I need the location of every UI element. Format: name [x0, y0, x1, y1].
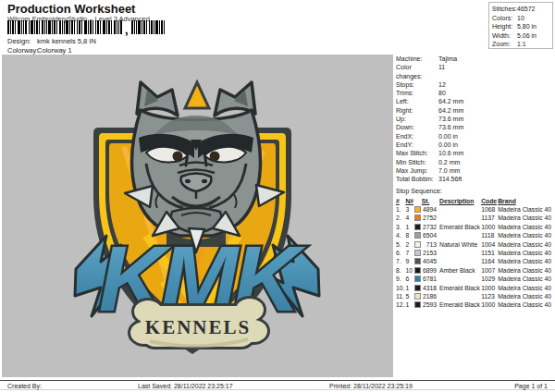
cell-brand: Madeira Classic 40	[498, 257, 551, 265]
stats-label: Zoom:	[492, 40, 517, 49]
design-label: Design:	[7, 37, 35, 45]
cell-num: 1.	[396, 205, 405, 214]
cell-n: 1	[405, 223, 414, 231]
cell-swatch	[414, 205, 422, 214]
cell-st: 2186	[422, 292, 439, 300]
design-canvas: KMK KENNELS	[2, 55, 393, 377]
cell-swatch	[414, 249, 422, 257]
crown-diamond	[185, 82, 209, 108]
machine-label: Max Jump:	[396, 166, 438, 175]
machine-row: Left: 64.2 mm	[396, 97, 551, 105]
stats-row: Width: 5.06 in	[492, 31, 552, 41]
machine-label: Left:	[396, 97, 438, 105]
cell-brand: Madeira Classic 40	[498, 240, 551, 249]
col-header-n: N#	[405, 197, 414, 205]
cell-code: 1000	[481, 223, 498, 231]
cell-code: 1000	[481, 300, 498, 309]
stats-label: Stitches:	[492, 5, 517, 14]
thread-color-swatch	[414, 276, 421, 282]
stop-sequence-row: 5. 2 713 Natural White 1004 Madeira Clas…	[396, 240, 551, 249]
design-value: kmk kennels 5,8 IN	[37, 37, 96, 45]
machine-value: 0.2 mm	[438, 158, 460, 166]
cell-code: 1137	[481, 214, 498, 222]
col-header-st: St.	[422, 197, 439, 205]
cell-st: 2153	[422, 249, 439, 257]
stop-sequence-row: 11. 5 2186 1123 Madeira Classic 40	[396, 292, 551, 300]
machine-value: Tajima	[438, 55, 457, 63]
cell-desc: Emerald Black	[439, 223, 481, 231]
cell-n: 5	[405, 292, 414, 300]
cell-n: 8	[405, 231, 414, 239]
machine-label: Trims:	[396, 89, 438, 97]
thread-color-swatch	[414, 293, 421, 300]
machine-label: Machine:	[396, 55, 438, 63]
cell-num: 4.	[396, 231, 405, 239]
thread-color-swatch	[414, 301, 421, 308]
stats-value: 5.80 in	[517, 22, 536, 31]
cell-num: 12.	[396, 300, 405, 309]
cell-code: 1151	[481, 249, 498, 257]
cell-n: 7	[405, 249, 414, 257]
stop-sequence-table: # N# St. Description Code Brand 1. 3 489…	[396, 197, 551, 310]
cell-n: 6	[405, 275, 414, 283]
cell-n: 9	[405, 257, 414, 265]
machine-label: Color changes:	[396, 63, 438, 80]
cell-swatch	[414, 266, 422, 275]
cell-brand: Madeira Classic 40	[498, 223, 551, 231]
machine-value: 0.00 in	[438, 141, 458, 149]
cell-desc: Emerald Black	[439, 284, 481, 292]
cell-swatch	[414, 231, 422, 239]
machine-value: 73.6 mm	[438, 123, 463, 131]
cell-n: 4	[405, 214, 414, 222]
thread-color-swatch	[414, 232, 421, 239]
cell-desc	[439, 205, 481, 214]
stop-sequence-row: 9. 6 6781 1029 Madeira Classic 40	[396, 275, 551, 283]
thread-color-swatch	[414, 214, 421, 221]
kennels-text: KENNELS	[145, 316, 251, 338]
cell-desc	[439, 214, 481, 222]
stats-row: Stitches: 46572	[492, 5, 552, 14]
machine-value: 80	[438, 89, 446, 97]
machine-label: Down:	[396, 123, 438, 131]
cell-code: 1029	[481, 275, 498, 283]
cell-code: 1123	[481, 292, 498, 300]
cell-code: 1068	[481, 205, 498, 214]
stats-row: Height: 5.80 in	[492, 22, 552, 31]
machine-label: Up:	[396, 115, 438, 123]
cell-desc: Amber Black	[439, 266, 481, 275]
stop-sequence-row: 12. 1 2593 Emerald Black 1000 Madeira Cl…	[396, 300, 551, 309]
machine-panel: Machine: Tajima Color changes: 11 Stops:…	[396, 55, 551, 310]
machine-value: 64.2 mm	[438, 106, 463, 115]
machine-label: EndX:	[396, 132, 438, 141]
machine-row: Stops: 12	[396, 80, 551, 89]
stop-sequence-title: Stop Sequence:	[396, 187, 551, 196]
bone-banner: KENNELS	[130, 299, 267, 347]
col-header-brand: Brand	[498, 197, 551, 205]
cell-st: 2752	[422, 214, 439, 222]
cell-st: 4894	[422, 205, 439, 214]
production-worksheet-page: Production Worksheet Wilcom EmbroiderySt…	[0, 0, 555, 392]
machine-row: Machine: Tajima	[396, 55, 551, 63]
cell-n: 1	[405, 300, 414, 309]
cell-code: 1000	[481, 284, 498, 292]
colorway-row: Colorway: Colorway 1	[7, 46, 72, 55]
machine-value: 11	[438, 63, 445, 80]
cell-st: 6899	[422, 266, 439, 275]
cell-st: 2593	[422, 300, 439, 309]
cell-swatch	[414, 214, 422, 222]
machine-label: Total Bobbin:	[396, 175, 438, 183]
cell-swatch	[414, 275, 422, 283]
stats-value: 10	[517, 14, 524, 23]
stop-sequence-row: 4. 8 6504 1118 Madeira Classic 40	[396, 231, 551, 239]
cell-num: 7.	[396, 257, 405, 265]
thread-color-swatch	[414, 206, 421, 213]
cell-swatch	[414, 223, 422, 231]
cell-brand: Madeira Classic 40	[498, 292, 551, 300]
stop-sequence-row: 2. 4 2752 1137 Madeira Classic 40	[396, 214, 551, 222]
design-stats-box: Stitches: 46572 Colors: 10 Height: 5.80 …	[488, 2, 553, 49]
cell-code: 1118	[481, 231, 498, 239]
cell-n: 10	[405, 266, 414, 275]
cell-swatch	[414, 257, 422, 265]
stop-sequence-row: 7. 9 4045 1164 Madeira Classic 40	[396, 257, 551, 265]
footer-last-saved: Last Saved: 28/11/2022 23:25:17	[138, 383, 233, 389]
